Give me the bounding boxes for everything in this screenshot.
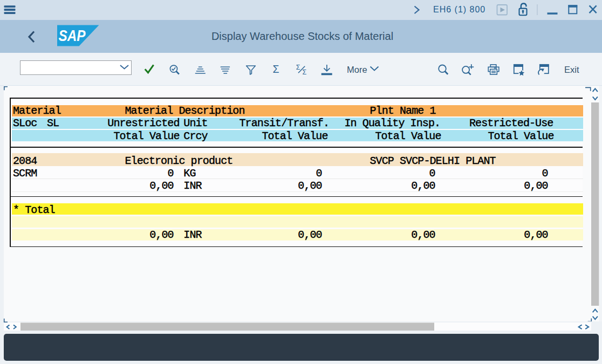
svg-text:SAP: SAP [59, 26, 86, 44]
svg-text:Σ: Σ [296, 64, 300, 71]
svg-text:Σ: Σ [273, 63, 279, 75]
svg-text:Σ: Σ [303, 68, 307, 76]
